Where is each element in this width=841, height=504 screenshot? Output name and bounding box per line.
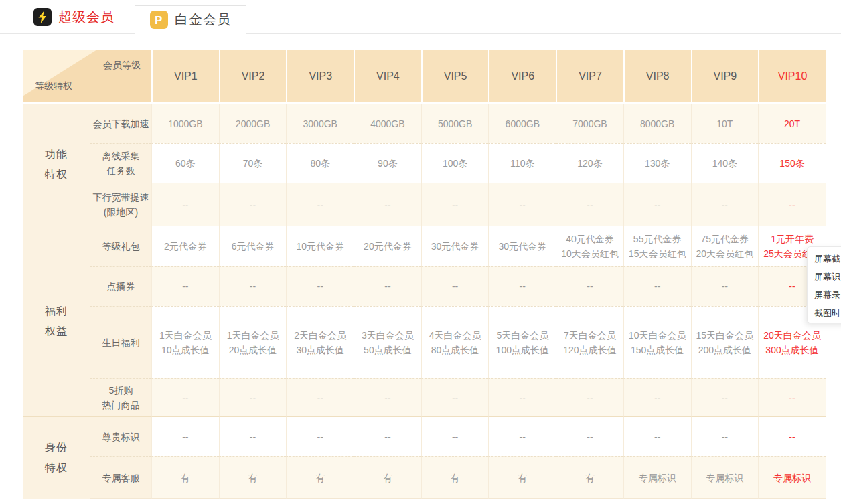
privilege-value-cell: --	[354, 378, 421, 416]
privilege-value-cell: 20T	[758, 104, 826, 143]
vip-level-header: VIP3	[286, 50, 354, 104]
privilege-value-cell: 有	[421, 456, 489, 499]
privilege-value-cell: --	[488, 266, 556, 306]
privilege-value-cell: 有	[286, 456, 354, 499]
privilege-value-cell: --	[488, 183, 556, 226]
privilege-value-cell: 2元代金券	[151, 226, 219, 266]
vip-level-header: VIP8	[623, 50, 691, 104]
privilege-value-cell: 140条	[691, 143, 759, 183]
privilege-value-cell: 20元代金券	[354, 226, 421, 266]
privilege-value-cell: --	[758, 183, 826, 226]
privilege-value-cell: 3000GB	[286, 104, 354, 143]
privilege-value-cell: 专属标识	[691, 456, 759, 499]
privilege-value-cell: 专属标识	[623, 456, 691, 499]
tab-bar: 超级会员 P 白金会员	[0, 0, 841, 34]
privilege-value-cell: --	[219, 378, 287, 416]
tab-super-member-label: 超级会员	[58, 8, 114, 26]
privilege-value-cell: --	[286, 416, 354, 456]
privilege-value-cell: --	[286, 378, 354, 416]
svg-text:P: P	[155, 14, 162, 27]
privilege-value-cell: 80条	[286, 143, 354, 183]
privilege-value-cell: --	[623, 416, 691, 456]
privilege-value-cell: 6000GB	[488, 104, 556, 143]
privilege-value-cell: --	[421, 416, 489, 456]
privilege-value-cell: --	[691, 416, 759, 456]
privilege-value-cell: --	[219, 416, 287, 456]
vip-level-header: VIP4	[354, 50, 421, 104]
vip-level-header: VIP7	[556, 50, 623, 104]
vip-level-header: VIP10	[758, 50, 826, 104]
privilege-value-cell: --	[758, 416, 826, 456]
privilege-value-cell: --	[286, 183, 354, 226]
privilege-value-cell: 100条	[421, 143, 489, 183]
vip-level-header: VIP9	[691, 50, 759, 104]
privilege-value-cell: --	[691, 378, 759, 416]
privilege-value-cell: --	[623, 266, 691, 306]
privilege-value-cell: --	[556, 378, 623, 416]
tab-platinum-member-label: 白金会员	[175, 11, 231, 29]
privilege-value-cell: 4000GB	[354, 104, 421, 143]
privilege-value-cell: 75元代金券 20天会员红包	[691, 226, 759, 266]
menu-item-screen-recognize[interactable]: 屏幕识	[808, 268, 841, 286]
privilege-value-cell: 55元代金券 15天会员红包	[623, 226, 691, 266]
corner-label-member-level: 会员等级	[103, 60, 141, 72]
privilege-name-cell: 专属客服	[90, 456, 151, 499]
privilege-name-cell: 5折购 热门商品	[90, 378, 151, 416]
privilege-value-cell: 15天白金会员 200点成长值	[691, 306, 759, 378]
privilege-value-cell: --	[758, 378, 826, 416]
menu-item-screen-capture[interactable]: 屏幕截	[808, 250, 841, 268]
privilege-value-cell: 150条	[758, 143, 826, 183]
table-corner-cell: 会员等级等级特权	[23, 50, 151, 104]
privilege-name-cell: 离线采集 任务数	[90, 143, 151, 183]
privilege-group-label: 福利 权益	[23, 226, 90, 416]
privilege-value-cell: --	[421, 183, 489, 226]
privilege-name-cell: 会员下载加速	[90, 104, 151, 143]
privilege-name-cell: 点播券	[90, 266, 151, 306]
privilege-value-cell: 1000GB	[151, 104, 219, 143]
privilege-value-cell: --	[354, 266, 421, 306]
privilege-value-cell: --	[151, 378, 219, 416]
privilege-value-cell: 30元代金券	[488, 226, 556, 266]
privilege-group-label: 身份 特权	[23, 416, 90, 499]
privilege-value-cell: --	[556, 183, 623, 226]
tab-platinum-member[interactable]: P 白金会员	[135, 5, 246, 34]
privilege-value-cell: --	[421, 266, 489, 306]
privilege-value-cell: --	[556, 416, 623, 456]
privilege-value-cell: 专属标识	[758, 456, 826, 499]
privilege-value-cell: --	[219, 266, 287, 306]
privilege-value-cell: 有	[354, 456, 421, 499]
privilege-value-cell: --	[691, 266, 759, 306]
privilege-value-cell: 有	[219, 456, 287, 499]
privilege-value-cell: 2天白金会员 30点成长值	[286, 306, 354, 378]
privilege-value-cell: --	[488, 378, 556, 416]
privilege-value-cell: --	[691, 183, 759, 226]
tab-super-member[interactable]: 超级会员	[33, 8, 135, 33]
platinum-member-icon: P	[150, 11, 168, 29]
privilege-value-cell: --	[623, 378, 691, 416]
privilege-value-cell: --	[488, 416, 556, 456]
vip-level-header: VIP5	[421, 50, 489, 104]
privilege-value-cell: 70条	[219, 143, 287, 183]
privilege-value-cell: 1天白金会员 10点成长值	[151, 306, 219, 378]
privilege-value-cell: 1天白金会员 20点成长值	[219, 306, 287, 378]
privilege-value-cell: 90条	[354, 143, 421, 183]
vip-level-header: VIP6	[488, 50, 556, 104]
privilege-value-cell: --	[151, 416, 219, 456]
privilege-value-cell: 110条	[488, 143, 556, 183]
privilege-value-cell: --	[354, 416, 421, 456]
privilege-value-cell: 2000GB	[219, 104, 287, 143]
context-menu: 屏幕截 屏幕识 屏幕录 截图时	[807, 246, 841, 323]
privilege-group-label: 功能 特权	[23, 104, 90, 226]
menu-item-screen-record[interactable]: 屏幕录	[808, 286, 841, 304]
privilege-value-cell: 7天白金会员 120点成长值	[556, 306, 623, 378]
privilege-value-cell: 10天白金会员 150点成长值	[623, 306, 691, 378]
privilege-value-cell: 有	[151, 456, 219, 499]
privilege-value-cell: --	[421, 378, 489, 416]
privilege-value-cell: 130条	[623, 143, 691, 183]
privilege-value-cell: --	[151, 266, 219, 306]
privilege-value-cell: --	[354, 183, 421, 226]
privilege-value-cell: 5天白金会员 100点成长值	[488, 306, 556, 378]
menu-item-screenshot-option[interactable]: 截图时	[808, 304, 841, 322]
vip-privilege-table: 会员等级等级特权VIP1VIP2VIP3VIP4VIP5VIP6VIP7VIP8…	[23, 50, 826, 499]
privilege-name-cell: 下行宽带提速 (限地区)	[90, 183, 151, 226]
